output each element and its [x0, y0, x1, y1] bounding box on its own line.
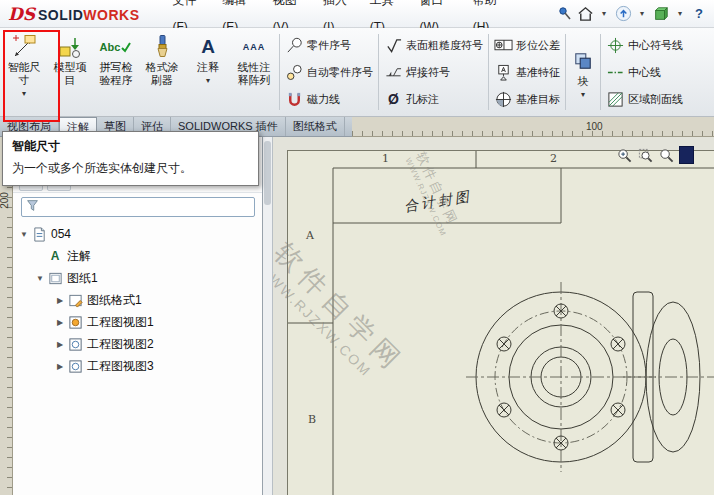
format-painter-button[interactable]: 格式涂刷器: [139, 30, 185, 114]
button-label-line: 格式涂: [146, 61, 179, 73]
help-icon[interactable]: ?: [688, 3, 710, 25]
tree-collapse-icon[interactable]: ▶: [55, 318, 65, 327]
annotations-folder-icon: A: [47, 248, 63, 264]
datum-feature-button[interactable]: 基准特征: [491, 59, 563, 86]
button-label: 孔标注: [406, 92, 439, 107]
tree-item-label: 工程图视图2: [87, 336, 154, 353]
linear-note-pattern-button[interactable]: AAA 线性注释阵列: [231, 30, 277, 114]
zone-row-a: A: [306, 229, 314, 242]
graphics-area[interactable]: 200: [0, 137, 714, 495]
upload-dropdown-icon[interactable]: ▾: [637, 9, 647, 18]
panel-scrollbar[interactable]: [263, 137, 273, 495]
ribbon-toolbar: 智能尺寸 ▾ 模型项目 Abc 拼写检验程序 格式涂刷器 A 注释 ▾ AAA …: [0, 28, 714, 117]
block-icon: [573, 47, 593, 75]
auto-balloon-icon: [285, 63, 304, 81]
surface-finish-icon: [384, 36, 403, 54]
home-dropdown-icon[interactable]: ▾: [599, 9, 609, 18]
magnetic-line-button[interactable]: 磁力线: [282, 86, 376, 113]
linear-note-pattern-icon: AAA: [243, 33, 266, 61]
tree-item-label: 工程图视图3: [87, 358, 154, 375]
logo-solid-text: SOLID: [38, 7, 83, 23]
zoom-in-icon[interactable]: [616, 147, 632, 163]
tab-sheet-format[interactable]: 图纸格式: [286, 117, 345, 136]
tree-item-sheet-format1[interactable]: ▶ 图纸格式1: [13, 289, 262, 311]
button-label-line: 线性注: [238, 61, 271, 73]
button-label-line: 验程序: [100, 74, 133, 86]
geometric-tolerance-button[interactable]: 形位公差: [491, 32, 563, 59]
tree-collapse-icon[interactable]: ▶: [55, 340, 65, 349]
dropdown-icon[interactable]: ▾: [22, 89, 26, 98]
tooltip-body: 为一个或多个所选实体创建尺寸。: [12, 160, 249, 177]
symbols-group: 表面粗糙度符号 焊接符号 Ø 孔标注: [381, 30, 486, 114]
datum-target-button[interactable]: 基准目标: [491, 86, 563, 113]
smart-dimension-tooltip: 智能尺寸 为一个或多个所选实体创建尺寸。: [2, 131, 259, 186]
button-label: 表面粗糙度符号: [406, 38, 483, 53]
dropdown-icon[interactable]: ▾: [206, 76, 210, 85]
button-label-line: 目: [65, 74, 76, 86]
tree-item-sheet1[interactable]: ▼ 图纸1: [13, 267, 262, 289]
tree-item-label: 图纸1: [67, 270, 98, 287]
drawing-view-icon: [67, 336, 83, 352]
scrollbar-thumb[interactable]: [264, 141, 271, 205]
spell-icon-text: Abc: [100, 41, 121, 53]
centerline-button[interactable]: 中心线: [603, 59, 686, 86]
balloon-group: 零件序号 自动零件序号 磁力线: [282, 30, 376, 114]
quick-access-toolbar: ▾ ▾ ▾ ?: [574, 3, 714, 25]
tree-item-annotations[interactable]: A 注解: [13, 245, 262, 267]
tree-collapse-icon[interactable]: ▶: [55, 296, 65, 305]
horizontal-ruler: 100: [352, 117, 714, 137]
tree-item-drawing-view1[interactable]: ▶ 工程图视图1: [13, 311, 262, 333]
button-label-line: 刷器: [151, 74, 173, 86]
drawing-sheet[interactable]: 1 2 A B 合计封图: [287, 150, 714, 495]
balloon-button[interactable]: 零件序号: [282, 32, 376, 59]
view-settings-icon[interactable]: [679, 146, 694, 164]
button-label-line: 块: [578, 75, 589, 87]
model-cube-icon[interactable]: [650, 3, 672, 25]
smart-dimension-button[interactable]: 智能尺寸 ▾: [1, 30, 47, 114]
ribbon-separator: [378, 34, 379, 110]
area-hatch-button[interactable]: 区域剖面线: [603, 86, 686, 113]
tree-expand-icon[interactable]: ▼: [35, 274, 45, 283]
annotation-letter: A: [51, 249, 60, 263]
format-painter-icon: [149, 33, 175, 61]
hole-callout-button[interactable]: Ø 孔标注: [381, 86, 486, 113]
spell-checker-button[interactable]: Abc 拼写检验程序: [93, 30, 139, 114]
zoom-fit-icon[interactable]: [658, 147, 674, 163]
button-label: 基准特征: [516, 65, 560, 80]
ruler-ticks: [352, 131, 714, 136]
weld-symbol-icon: [384, 63, 403, 81]
dropdown-icon[interactable]: ▾: [581, 90, 585, 99]
upload-arrow-icon[interactable]: [612, 3, 634, 25]
vertical-ruler: 200: [0, 137, 13, 495]
ruler-label-100: 100: [586, 121, 603, 132]
note-button[interactable]: A 注释 ▾: [185, 30, 231, 114]
tree-filter-box[interactable]: [21, 197, 255, 217]
zoom-area-icon[interactable]: [637, 147, 653, 163]
tree-item-drawing-view3[interactable]: ▶ 工程图视图3: [13, 355, 262, 377]
note-icon: A: [201, 33, 215, 61]
weld-symbol-button[interactable]: 焊接符号: [381, 59, 486, 86]
tree-expand-icon[interactable]: ▼: [19, 230, 29, 239]
tree-collapse-icon[interactable]: ▶: [55, 362, 65, 371]
tree-item-document[interactable]: ▼ 054: [13, 223, 262, 245]
ribbon-separator: [488, 34, 489, 110]
tree-item-label: 图纸格式1: [87, 292, 142, 309]
geometric-tolerance-icon: [494, 36, 513, 54]
auto-balloon-button[interactable]: 自动零件序号: [282, 59, 376, 86]
button-label-line: 模型项: [54, 61, 87, 73]
surface-finish-button[interactable]: 表面粗糙度符号: [381, 32, 486, 59]
pushpin-icon[interactable]: [557, 4, 574, 24]
datum-group: 形位公差 基准特征 基准目标: [491, 30, 563, 114]
filter-funnel-icon: [26, 199, 39, 215]
model-items-button[interactable]: 模型项目: [47, 30, 93, 114]
tree-item-label: 注解: [67, 248, 91, 265]
ruler-ticks: [7, 137, 12, 495]
center-mark-button[interactable]: 中心符号线: [603, 32, 686, 59]
datum-target-icon: [494, 90, 513, 108]
cube-dropdown-icon[interactable]: ▾: [675, 9, 685, 18]
tree-item-drawing-view2[interactable]: ▶ 工程图视图2: [13, 333, 262, 355]
home-icon[interactable]: [574, 3, 596, 25]
button-label: 基准目标: [516, 92, 560, 107]
button-label: 中心符号线: [628, 38, 683, 53]
block-button[interactable]: 块 ▾: [568, 30, 598, 114]
